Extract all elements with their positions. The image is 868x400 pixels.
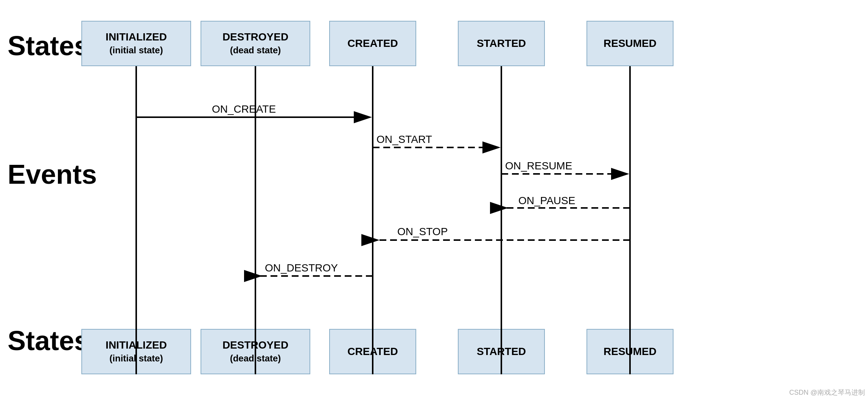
state-resumed-top: RESUMED xyxy=(586,21,674,66)
state-resumed-bottom: RESUMED xyxy=(586,329,674,374)
state-initialized-top: INITIALIZED(initial state) xyxy=(81,21,191,66)
state-destroyed-top: DESTROYED(dead state) xyxy=(201,21,310,66)
events-label: Events xyxy=(8,159,97,190)
watermark: CSDN @南戏之琴马进制 xyxy=(789,388,865,397)
state-started-bottom: STARTED xyxy=(458,329,545,374)
on-create-label: ON_CREATE xyxy=(212,103,276,115)
state-started-top: STARTED xyxy=(458,21,545,66)
states-top-label: States xyxy=(8,30,89,61)
on-destroy-label: ON_DESTROY xyxy=(265,262,338,274)
on-pause-label: ON_PAUSE xyxy=(518,195,575,206)
state-created-bottom: CREATED xyxy=(329,329,416,374)
state-created-top: CREATED xyxy=(329,21,416,66)
on-resume-label: ON_RESUME xyxy=(505,160,572,172)
state-destroyed-bottom: DESTROYED(dead state) xyxy=(201,329,310,374)
on-stop-label: ON_STOP xyxy=(397,226,448,237)
diagram-container: States Events States INITIALIZED(initial… xyxy=(0,0,868,400)
on-start-label: ON_START xyxy=(376,133,432,145)
state-initialized-bottom: INITIALIZED(initial state) xyxy=(81,329,191,374)
states-bottom-label: States xyxy=(8,325,89,356)
